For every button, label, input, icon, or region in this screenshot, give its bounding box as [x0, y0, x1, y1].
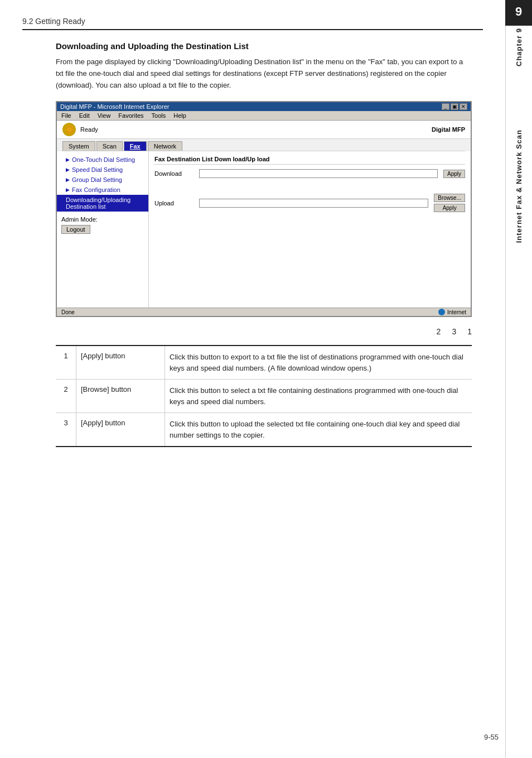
logout-button[interactable]: Logout	[61, 225, 90, 234]
menu-help[interactable]: Help	[173, 112, 186, 119]
table-row: 1 [Apply] button Click this button to ex…	[56, 346, 472, 380]
internet-icon	[438, 309, 445, 315]
status-text: Ready	[80, 126, 98, 133]
body-text: From the page displayed by clicking "Dow…	[56, 56, 472, 91]
section-title: Downloading and Uploading the Destinatio…	[56, 41, 483, 51]
browser-topbar: 🔆 Ready Digital MFP	[57, 121, 471, 139]
menu-view[interactable]: View	[98, 112, 111, 119]
apply-button-1[interactable]: Apply	[443, 170, 465, 178]
browser-title: Digital MFP - Microsoft Internet Explore…	[60, 103, 169, 110]
nav-panel: ▶ One-Touch Dial Setting ▶ Speed Dial Se…	[57, 151, 149, 308]
status-icon: 🔆	[62, 123, 76, 136]
nav-label: Speed Dial Setting	[72, 166, 123, 173]
menu-file[interactable]: File	[61, 112, 71, 119]
ref-num-2: 2	[56, 380, 76, 412]
callout-1: 1	[467, 327, 472, 336]
upload-input[interactable]	[199, 199, 428, 208]
nav-arrow-icon: ▶	[66, 167, 70, 172]
page-header: 9.2 Getting Ready	[22, 17, 483, 30]
section-header-text: 9.2 Getting Ready	[22, 17, 85, 26]
browser-menubar: File Edit View Favorites Tools Help	[57, 111, 471, 121]
tab-system[interactable]: System	[62, 141, 95, 151]
minimize-button[interactable]: _	[442, 103, 449, 110]
ref-table: 1 [Apply] button Click this button to ex…	[56, 345, 472, 447]
page-number: 9-55	[484, 733, 499, 741]
ref-desc-3: Click this button to upload the selected…	[165, 413, 472, 446]
upload-label: Upload	[154, 200, 194, 207]
nav-arrow-icon: ▶	[66, 177, 70, 183]
menu-favorites[interactable]: Favorites	[118, 112, 143, 119]
nav-group-dial[interactable]: ▶ Group Dial Setting	[57, 175, 148, 185]
nav-label: Group Dial Setting	[72, 176, 122, 183]
browser-content-area: ▶ One-Touch Dial Setting ▶ Speed Dial Se…	[57, 151, 471, 308]
tab-fax[interactable]: Fax	[124, 141, 147, 151]
statusbar-done: Done	[61, 309, 75, 315]
tab-scan[interactable]: Scan	[96, 141, 123, 151]
nav-arrow-icon: ▶	[66, 157, 70, 162]
spacer	[154, 185, 465, 194]
content-panel: Fax Destination List Down load/Up load D…	[149, 151, 471, 308]
callout-3: 3	[452, 327, 456, 336]
sidebar-label: Internet Fax & Network Scan	[515, 129, 523, 243]
menu-tools[interactable]: Tools	[152, 112, 166, 119]
download-label: Download	[154, 170, 194, 177]
browser-titlebar: Digital MFP - Microsoft Internet Explore…	[57, 102, 471, 111]
content-title: Fax Destination List Down load/Up load	[154, 156, 465, 165]
chapter-tab: 9	[505, 0, 532, 26]
callout-row: 2 3 1	[22, 327, 472, 336]
tab-network[interactable]: Network	[148, 141, 182, 151]
table-row: 2 [Browse] button Click this button to s…	[56, 380, 472, 413]
ref-name-1: [Apply] button	[76, 346, 165, 379]
chapter-label: Chapter 9	[515, 28, 523, 66]
ref-desc-1: Click this button to export to a txt fil…	[165, 346, 472, 379]
download-row: Download Apply	[154, 169, 465, 178]
callout-2: 2	[437, 327, 441, 336]
browser-tabs: System Scan Fax Network	[62, 141, 465, 151]
menu-edit[interactable]: Edit	[79, 112, 90, 119]
chapter-number: 9	[515, 4, 522, 18]
table-row: 3 [Apply] button Click this button to up…	[56, 413, 472, 446]
download-input[interactable]	[199, 169, 438, 178]
nav-speed-dial[interactable]: ▶ Speed Dial Setting	[57, 165, 148, 175]
browser-statusbar: Done Internet	[57, 308, 471, 316]
browse-button[interactable]: Browse...	[434, 194, 465, 202]
nav-label: Downloading/Uploading Destination list	[66, 196, 144, 210]
ref-name-2: [Browse] button	[76, 380, 165, 412]
nav-label: Fax Configuration	[72, 186, 120, 193]
restore-button[interactable]: ▣	[451, 103, 458, 110]
close-button[interactable]: ✕	[460, 103, 467, 110]
statusbar-internet: Internet	[438, 309, 466, 315]
nav-label: One-Touch Dial Setting	[72, 156, 135, 163]
device-name: Digital MFP	[432, 126, 465, 133]
apply-button-2[interactable]: Apply	[434, 204, 465, 212]
nav-downloading[interactable]: Downloading/Uploading Destination list	[57, 195, 148, 212]
main-content: 9.2 Getting Ready Downloading and Upload…	[0, 0, 505, 469]
status-area: 🔆 Ready	[62, 123, 98, 136]
ref-num-1: 1	[56, 346, 76, 379]
browser-window: Digital MFP - Microsoft Internet Explore…	[56, 101, 472, 317]
upload-row: Upload Browse... Apply	[154, 194, 465, 212]
nav-arrow-icon: ▶	[66, 187, 70, 193]
nav-fax-config[interactable]: ▶ Fax Configuration	[57, 185, 148, 195]
ref-num-3: 3	[56, 413, 76, 446]
admin-mode-label: Admin Mode:	[57, 212, 148, 224]
right-sidebar: 9 Chapter 9 Internet Fax & Network Scan	[505, 0, 532, 758]
ref-name-3: [Apply] button	[76, 413, 165, 446]
nav-one-touch-dial[interactable]: ▶ One-Touch Dial Setting	[57, 155, 148, 165]
titlebar-buttons: _ ▣ ✕	[442, 103, 467, 110]
ref-desc-2: Click this button to select a txt file c…	[165, 380, 472, 412]
